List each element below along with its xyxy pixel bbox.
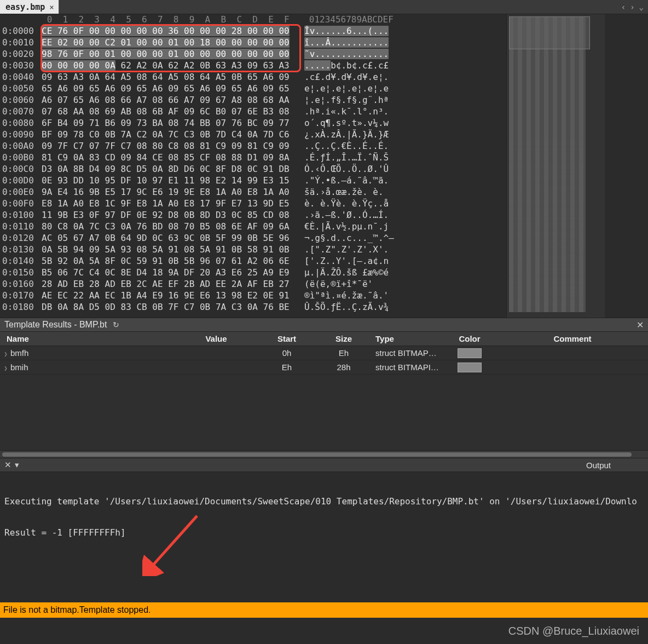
output-close-icon[interactable]: ✕ (4, 460, 11, 470)
hex-bytes[interactable]: CE 76 0F 00 00 00 00 00 36 00 00 00 28 0… (42, 26, 290, 36)
hex-bytes[interactable]: E8 1A A0 E8 1C 9F E8 1A A0 E8 17 9F E7 1… (42, 198, 290, 209)
hex-bytes[interactable]: 11 9B E3 0F 97 DF 0E 92 D8 0B 8D D3 0C 8… (42, 210, 290, 220)
ascii-bytes[interactable]: .[".Z".Z'.Z'.X'. (290, 244, 389, 255)
hex-bytes[interactable]: D3 0A 8B D4 09 8C D5 0A 8D D6 0C 8F D8 0… (42, 164, 290, 174)
hex-bytes[interactable]: 98 76 0F 00 01 00 00 00 01 00 00 00 00 0… (42, 49, 290, 59)
hex-bytes[interactable]: 0A 5B 94 09 5A 93 08 5A 91 08 5A 91 0B 5… (42, 244, 290, 255)
col-type[interactable]: Type (371, 334, 442, 343)
hex-bytes[interactable]: A6 07 65 A6 08 66 A7 08 66 A7 09 67 A8 0… (42, 95, 290, 105)
hex-main[interactable]: 0 1 2 3 4 5 6 7 8 9 A B C D E F 01234567… (0, 14, 506, 318)
output-console[interactable]: Executing template '/Users/liuxiaowei/Do… (0, 472, 648, 576)
ascii-bytes[interactable]: ¦.e¦.f§.f§.g¨.hª (290, 95, 389, 105)
ascii-bytes[interactable]: ®ì"ªì.¤é.žæ.˜â.' (290, 290, 389, 301)
hex-bytes[interactable]: DB 0A 8A D5 0D 83 CB 0B 7F C7 0B 7A C3 0… (42, 302, 290, 312)
hex-row[interactable]: 0:0090BF 09 78 C0 0B 7A C2 0A 7C C3 0B 7… (0, 129, 506, 140)
ascii-bytes[interactable]: è. è.Ÿè. è.Ÿç..å (290, 198, 389, 209)
hex-row[interactable]: 0:0060A6 07 65 A6 08 66 A7 08 66 A7 09 6… (0, 94, 506, 106)
ascii-bytes[interactable]: (­ë(­ë,®ï+­î*¯ë' (290, 279, 373, 289)
output-menu-icon[interactable]: ▾ (15, 460, 19, 470)
table-row[interactable]: bmfh0hEhstruct BITMAP… (0, 346, 648, 360)
hex-row[interactable]: 0:0170AE EC 22 AA EC 1B A4 E9 16 9E E6 1… (0, 290, 506, 301)
ascii-bytes[interactable]: Ó.‹Ô.ŒÕ..Ö..Ø.'Û (290, 164, 389, 174)
ascii-bytes[interactable]: ¬.g§.d..c..._™.^– (290, 233, 394, 243)
col-name[interactable]: Name (0, 334, 175, 343)
table-row[interactable]: bmihEh28hstruct BITMAPI… (0, 360, 648, 375)
nav-next-icon[interactable]: › (629, 3, 635, 12)
hex-bytes[interactable]: 09 63 A3 0A 64 A5 08 64 A5 08 64 A5 0B 6… (42, 72, 290, 82)
ascii-bytes[interactable]: .....b¢.b¢.c£.c£ (290, 60, 389, 71)
col-value[interactable]: Value (175, 334, 257, 343)
hex-row[interactable]: 0:0010EE 02 00 00 C2 01 00 00 01 00 18 0… (0, 37, 506, 48)
hex-row[interactable]: 0:002098 76 0F 00 01 00 00 00 01 00 00 0… (0, 48, 506, 60)
ascii-bytes[interactable]: .hª.i«.k¯.l°.n³. (290, 106, 389, 117)
hex-bytes[interactable]: 9A E4 16 9B E5 17 9C E6 19 9E E8 1A A0 E… (42, 187, 290, 197)
file-tab[interactable]: easy.bmp × (0, 0, 59, 14)
ascii-bytes[interactable]: ."Ý.•ß.—á.˜â.™ã. (290, 175, 389, 186)
hex-row[interactable]: 0:0120AC 05 67 A7 0B 64 9D 0C 63 9C 0B 5… (0, 232, 506, 244)
ascii-bytes[interactable]: .›ã.—ß.'Ø..Ó.…Í. (290, 210, 389, 220)
row-color[interactable] (442, 363, 497, 372)
refresh-icon[interactable]: ↻ (113, 320, 119, 329)
hex-bytes[interactable]: AE EC 22 AA EC 1B A4 E9 16 9E E6 13 98 E… (42, 290, 290, 301)
horizontal-scrollbar[interactable] (0, 450, 648, 458)
ascii-bytes[interactable]: šä.›å.œæ.žè. è. (290, 187, 389, 197)
ascii-bytes[interactable]: o´.q¶.sº.t».v¼.w (290, 118, 389, 128)
minimap[interactable] (506, 14, 605, 318)
ascii-bytes[interactable]: .c£.d¥.d¥.d¥.e¦. (290, 72, 389, 82)
hex-row[interactable]: 0:00E09A E4 16 9B E5 17 9C E6 19 9E E8 1… (0, 186, 506, 198)
hex-row[interactable]: 0:003000 00 00 00 0A 62 A2 0A 62 A2 0B 6… (0, 60, 506, 71)
hex-row[interactable]: 0:01405B 92 0A 5A 8F 0C 59 91 0B 5B 96 0… (0, 255, 506, 267)
ascii-bytes[interactable]: Û.ŠÕ.ƒË..Ç.zÃ.v¾ (290, 302, 389, 312)
col-start[interactable]: Start (257, 334, 316, 343)
hex-row[interactable]: 0:004009 63 A3 0A 64 A5 08 64 A5 08 64 A… (0, 71, 506, 83)
ascii-bytes[interactable]: µ.|Ä.ŽÔ.šß £æ%©é (290, 267, 389, 278)
hex-row[interactable]: 0:01300A 5B 94 09 5A 93 08 5A 91 08 5A 9… (0, 244, 506, 255)
hex-bytes[interactable]: BF 09 78 C0 0B 7A C2 0A 7C C3 0B 7D C4 0… (42, 129, 290, 140)
ascii-bytes[interactable]: e¦.e¦.e¦.e¦.e¦.e (290, 83, 389, 94)
hex-bytes[interactable]: 6F B4 09 71 B6 09 73 BA 08 74 BB 07 76 B… (42, 118, 290, 128)
hex-bytes[interactable]: 5B 92 0A 5A 8F 0C 59 91 0B 5B 96 07 61 A… (42, 256, 290, 266)
nav-menu-icon[interactable]: ⌄ (638, 3, 645, 12)
nav-prev-icon[interactable]: ‹ (620, 3, 627, 12)
hex-bytes[interactable]: 09 7F C7 07 7F C7 08 80 C8 08 81 C9 09 8… (42, 141, 290, 151)
hex-row[interactable]: 0:010011 9B E3 0F 97 DF 0E 92 D8 0B 8D D… (0, 209, 506, 221)
hex-row[interactable]: 0:007007 68 AA 08 69 AB 08 6B AF 09 6C B… (0, 106, 506, 117)
ascii-bytes[interactable]: .É.ƒÍ.„Î.…Ï.ˆÑ.Š (290, 152, 389, 163)
hex-row[interactable]: 0:00F0E8 1A A0 E8 1C 9F E8 1A A0 E8 17 9… (0, 198, 506, 209)
hex-bytes[interactable]: 65 A6 09 65 A6 09 65 A6 09 65 A6 09 65 A… (42, 83, 290, 94)
ascii-bytes[interactable]: ..Ç..Ç.€È..É..É. (290, 141, 389, 151)
ascii-bytes[interactable]: ˜v.............. (290, 49, 389, 59)
col-color[interactable]: Color (442, 334, 497, 343)
ascii-bytes[interactable]: €È.|Ã.v½.pµ.n¯.j (290, 221, 389, 232)
hex-bytes[interactable]: 0E 93 DD 10 95 DF 10 97 E1 11 98 E2 14 9… (42, 175, 290, 186)
hex-row[interactable]: 0:00C0D3 0A 8B D4 09 8C D5 0A 8D D6 0C 8… (0, 163, 506, 175)
ascii-bytes[interactable]: î...Â........... (290, 37, 389, 48)
hex-row[interactable]: 0:00D00E 93 DD 10 95 DF 10 97 E1 11 98 E… (0, 175, 506, 186)
hex-bytes[interactable]: B5 06 7C C4 0C 8E D4 18 9A DF 20 A3 E6 2… (42, 267, 290, 278)
ascii-bytes[interactable]: Îv......6...(... (290, 26, 389, 36)
hex-row[interactable]: 0:00806F B4 09 71 B6 09 73 BA 08 74 BB 0… (0, 117, 506, 129)
hex-bytes[interactable]: EE 02 00 00 C2 01 00 00 01 00 18 00 00 0… (42, 37, 290, 48)
hex-row[interactable]: 0:005065 A6 09 65 A6 09 65 A6 09 65 A6 0… (0, 83, 506, 94)
row-name[interactable]: bmfh (0, 348, 175, 358)
hex-row[interactable]: 0:0000CE 76 0F 00 00 00 00 00 36 00 00 0… (0, 25, 506, 37)
close-icon[interactable]: × (48, 3, 55, 12)
hex-row[interactable]: 0:00A009 7F C7 07 7F C7 08 80 C8 08 81 C… (0, 140, 506, 152)
ascii-bytes[interactable]: ¿.xÀ.zÂ.|Ã.}Ä.}Æ (290, 129, 389, 140)
hex-bytes[interactable]: 80 C8 0A 7C C3 0A 76 BD 08 70 B5 08 6E A… (42, 221, 290, 232)
hex-bytes[interactable]: 28 AD EB 28 AD EB 2C AE EF 2B AD EE 2A A… (42, 279, 290, 289)
row-color[interactable] (442, 348, 497, 358)
hex-row[interactable]: 0:0150B5 06 7C C4 0C 8E D4 18 9A DF 20 A… (0, 267, 506, 278)
close-results-icon[interactable]: ✕ (637, 320, 644, 330)
col-size[interactable]: Size (316, 334, 371, 343)
hex-row[interactable]: 0:0180DB 0A 8A D5 0D 83 CB 0B 7F C7 0B 7… (0, 301, 506, 313)
hex-row[interactable]: 0:011080 C8 0A 7C C3 0A 76 BD 08 70 B5 0… (0, 221, 506, 232)
hex-bytes[interactable]: AC 05 67 A7 0B 64 9D 0C 63 9C 0B 5F 99 0… (42, 233, 290, 243)
row-name[interactable]: bmih (0, 363, 175, 372)
hex-bytes[interactable]: 07 68 AA 08 69 AB 08 6B AF 09 6C B0 07 6… (42, 106, 290, 117)
hex-bytes[interactable]: 00 00 00 00 0A 62 A2 0A 62 A2 0B 63 A3 0… (42, 60, 290, 71)
hex-bytes[interactable]: 81 C9 0A 83 CD 09 84 CE 08 85 CF 08 88 D… (42, 152, 290, 163)
hex-row[interactable]: 0:016028 AD EB 28 AD EB 2C AE EF 2B AD E… (0, 278, 506, 290)
hex-row[interactable]: 0:00B081 C9 0A 83 CD 09 84 CE 08 85 CF 0… (0, 152, 506, 163)
col-comment[interactable]: Comment (497, 334, 648, 343)
